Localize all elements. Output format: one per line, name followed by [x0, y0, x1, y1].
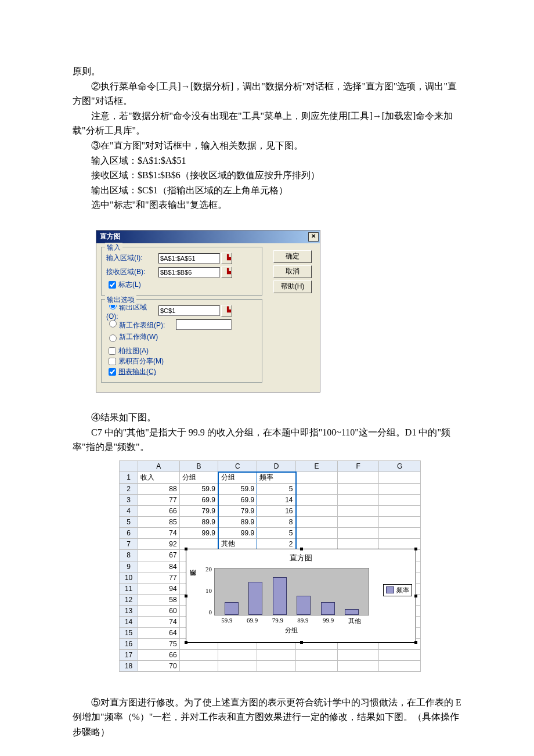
- cell[interactable]: 66: [138, 505, 179, 516]
- cell[interactable]: [296, 649, 338, 660]
- cell[interactable]: [379, 483, 421, 494]
- cell[interactable]: [296, 527, 338, 538]
- row-header[interactable]: 9: [120, 561, 138, 572]
- row-header[interactable]: 11: [120, 583, 138, 594]
- cell[interactable]: 频率: [257, 472, 296, 484]
- cell[interactable]: [257, 649, 296, 660]
- range-picker-icon[interactable]: ▙: [221, 253, 232, 264]
- cell[interactable]: [379, 516, 421, 527]
- range-picker-icon[interactable]: ▙: [221, 267, 232, 278]
- row-header[interactable]: 15: [120, 627, 138, 638]
- labels-checkbox[interactable]: [109, 281, 116, 289]
- cell[interactable]: [338, 516, 379, 527]
- cell[interactable]: 99.9: [218, 527, 257, 538]
- cell[interactable]: 收入: [138, 472, 179, 484]
- col-header[interactable]: E: [296, 460, 338, 472]
- cell[interactable]: 77: [138, 494, 179, 505]
- cell[interactable]: 59.9: [218, 483, 257, 494]
- cell[interactable]: 14: [257, 494, 296, 505]
- row-header[interactable]: 4: [120, 505, 138, 516]
- help-button[interactable]: 帮助(H): [273, 280, 312, 293]
- corner-cell[interactable]: [120, 460, 138, 472]
- cell[interactable]: [218, 660, 257, 671]
- cell[interactable]: [179, 649, 218, 660]
- cell[interactable]: 99.9: [179, 527, 218, 538]
- cell[interactable]: 84: [138, 561, 179, 572]
- cell[interactable]: 74: [138, 527, 179, 538]
- col-header[interactable]: G: [379, 460, 421, 472]
- col-header[interactable]: A: [138, 460, 179, 472]
- output-range-field[interactable]: [158, 305, 220, 316]
- cell[interactable]: 85: [138, 516, 179, 527]
- cell[interactable]: [179, 660, 218, 671]
- row-header[interactable]: 13: [120, 605, 138, 616]
- cell[interactable]: 79.9: [218, 505, 257, 516]
- cell[interactable]: [338, 483, 379, 494]
- row-header[interactable]: 7: [120, 538, 138, 550]
- cell[interactable]: [338, 494, 379, 505]
- ok-button[interactable]: 确定: [273, 250, 312, 263]
- close-icon[interactable]: ✕: [308, 232, 319, 242]
- row-header[interactable]: 5: [120, 516, 138, 527]
- cell[interactable]: 64: [138, 627, 179, 638]
- col-header[interactable]: B: [179, 460, 218, 472]
- row-header[interactable]: 16: [120, 638, 138, 649]
- pareto-checkbox[interactable]: [109, 347, 116, 355]
- cell[interactable]: [379, 660, 421, 671]
- cell[interactable]: [296, 494, 338, 505]
- cell[interactable]: 67: [138, 550, 179, 561]
- cell[interactable]: 69.9: [179, 494, 218, 505]
- cancel-button[interactable]: 取消: [273, 265, 312, 278]
- row-header[interactable]: 18: [120, 660, 138, 671]
- row-header[interactable]: 1: [120, 472, 138, 484]
- cell[interactable]: 8: [257, 516, 296, 527]
- cell[interactable]: 70: [138, 660, 179, 671]
- col-header[interactable]: D: [257, 460, 296, 472]
- cell[interactable]: 94: [138, 583, 179, 594]
- input-range-field[interactable]: [158, 253, 220, 264]
- cell[interactable]: 5: [257, 483, 296, 494]
- cell[interactable]: [338, 472, 379, 484]
- cell[interactable]: 75: [138, 638, 179, 649]
- cell[interactable]: 58: [138, 594, 179, 605]
- cell[interactable]: 5: [257, 527, 296, 538]
- cell[interactable]: [257, 660, 296, 671]
- cell[interactable]: [296, 516, 338, 527]
- cell[interactable]: 60: [138, 605, 179, 616]
- cell[interactable]: 66: [138, 649, 179, 660]
- cell[interactable]: 89.9: [218, 516, 257, 527]
- cell[interactable]: [379, 649, 421, 660]
- cell[interactable]: [338, 527, 379, 538]
- row-header[interactable]: 2: [120, 483, 138, 494]
- cell[interactable]: [379, 527, 421, 538]
- cell[interactable]: 79.9: [179, 505, 218, 516]
- cell[interactable]: [296, 483, 338, 494]
- new-workbook-radio[interactable]: [109, 334, 117, 342]
- new-worksheet-radio[interactable]: [109, 320, 117, 327]
- cell[interactable]: [379, 494, 421, 505]
- cell[interactable]: [218, 649, 257, 660]
- cell[interactable]: [379, 472, 421, 484]
- cell[interactable]: [296, 472, 338, 484]
- cell[interactable]: 77: [138, 572, 179, 583]
- new-worksheet-field[interactable]: [176, 319, 232, 330]
- cell[interactable]: 74: [138, 616, 179, 627]
- cell[interactable]: [296, 505, 338, 516]
- cell[interactable]: 88: [138, 483, 179, 494]
- row-header[interactable]: 3: [120, 494, 138, 505]
- row-header[interactable]: 14: [120, 616, 138, 627]
- embedded-chart[interactable]: 直方图 频率 20 10 0 59.969.979.989.999.9其他 分组…: [186, 549, 416, 643]
- range-picker-icon[interactable]: ▙: [221, 305, 232, 316]
- row-header[interactable]: 8: [120, 550, 138, 561]
- cell[interactable]: 16: [257, 505, 296, 516]
- cell[interactable]: 分组: [218, 472, 257, 484]
- chart-output-checkbox[interactable]: [109, 368, 116, 376]
- cell[interactable]: 69.9: [218, 494, 257, 505]
- row-header[interactable]: 12: [120, 594, 138, 605]
- cell[interactable]: [379, 505, 421, 516]
- cell[interactable]: 89.9: [179, 516, 218, 527]
- cell[interactable]: 59.9: [179, 483, 218, 494]
- col-header[interactable]: C: [218, 460, 257, 472]
- cumulative-checkbox[interactable]: [109, 358, 116, 365]
- row-header[interactable]: 17: [120, 649, 138, 660]
